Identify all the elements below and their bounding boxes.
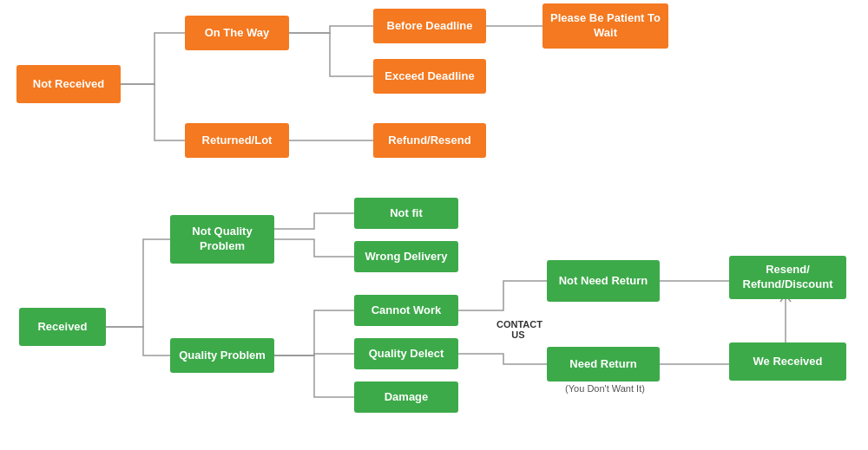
refund-resend-box: Refund/Resend <box>373 123 486 158</box>
not-quality-box: Not Quality Problem <box>170 215 274 264</box>
wrong-delivery-box: Wrong Delivery <box>354 241 458 272</box>
flowchart-diagram: Not Received On The Way Returned/Lot Bef… <box>0 0 868 450</box>
quality-problem-box: Quality Problem <box>170 338 274 373</box>
not-received-box: Not Received <box>16 65 121 103</box>
on-the-way-box: On The Way <box>185 16 289 50</box>
resend-refund-box: Resend/ Refund/Discount <box>729 256 846 299</box>
need-return-box: Need Return <box>547 347 660 382</box>
not-need-return-box: Not Need Return <box>547 260 660 302</box>
quality-defect-box: Quality Delect <box>354 338 458 369</box>
contact-us-label: CONTACTUS <box>496 319 540 340</box>
you-dont-want-label: (You Don't Want It) <box>540 383 670 394</box>
we-received-box: We Received <box>729 342 846 381</box>
please-be-patient-box: Please Be Patient To Wait <box>542 3 668 49</box>
before-deadline-box: Before Deadline <box>373 9 486 43</box>
exceed-deadline-box: Exceed Deadline <box>373 59 486 94</box>
cannot-work-box: Cannot Work <box>354 295 458 326</box>
returned-lot-box: Returned/Lot <box>185 123 289 158</box>
damage-box: Damage <box>354 382 458 413</box>
received-box: Received <box>19 308 106 346</box>
not-fit-box: Not fit <box>354 198 458 229</box>
